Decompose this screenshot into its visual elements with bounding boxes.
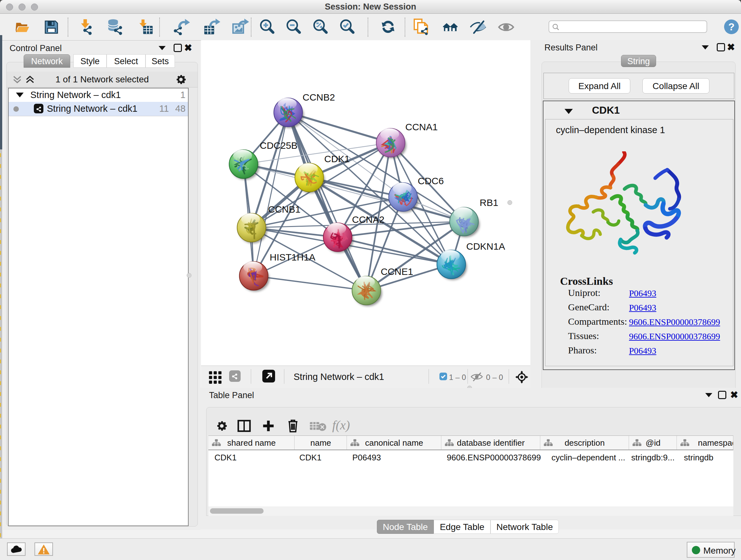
svg-text:CCNA1: CCNA1 [405,122,438,132]
svg-text:CCNB1: CCNB1 [268,204,300,214]
svg-text:CCNE1: CCNE1 [381,266,413,277]
svg-text:HIST1H1A: HIST1H1A [270,252,315,262]
svg-text:CDC6: CDC6 [418,176,444,186]
svg-text:CCNB2: CCNB2 [302,92,335,103]
svg-text:CDC25B: CDC25B [260,140,297,151]
svg-text:CDK1: CDK1 [324,153,350,164]
svg-text:CCNA2: CCNA2 [352,214,385,225]
svg-text:RB1: RB1 [480,197,498,208]
svg-text:CDKN1A: CDKN1A [466,241,505,252]
